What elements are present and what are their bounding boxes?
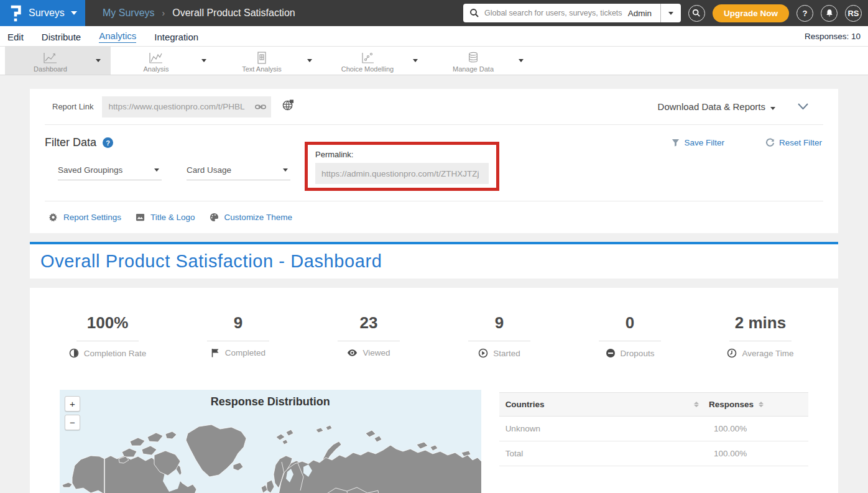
breadcrumb-parent[interactable]: My Surveys (103, 7, 155, 19)
tab-label: Text Analysis (242, 65, 282, 73)
notifications-button[interactable] (821, 5, 838, 22)
collapse-panel-button[interactable] (798, 101, 808, 113)
sort-icon[interactable] (759, 402, 764, 407)
stat-value: 9 (495, 313, 504, 333)
chevron-down-icon (668, 12, 673, 15)
chevron-down-icon (283, 168, 288, 172)
product-switcher[interactable]: Surveys (0, 0, 85, 26)
tab-label: Choice Modelling (341, 65, 394, 73)
chevron-down-icon (71, 11, 77, 15)
flag-icon (211, 348, 220, 357)
download-data-reports[interactable]: Download Data & Reports (658, 101, 775, 113)
tab-analysis-menu[interactable] (201, 59, 216, 62)
chevron-down-icon (201, 59, 206, 62)
stat-average-time: 2 mins Average Time (695, 313, 826, 358)
nav-item-edit[interactable]: Edit (7, 30, 24, 42)
report-link-input[interactable]: https://www.questionpro.com/t/PHBL (102, 96, 271, 117)
gear-icon (48, 213, 58, 222)
tab-dashboard-menu[interactable] (96, 59, 111, 62)
sort-icon[interactable] (694, 402, 699, 407)
table-row: Total 100.00% (499, 441, 808, 466)
responses-count: Responses: 10 (805, 32, 861, 41)
refresh-icon (765, 138, 775, 147)
tab-dashboard[interactable]: Dashboard (5, 47, 111, 75)
search-placeholder: Global search for users, surveys, ticket… (484, 9, 628, 17)
map-zoom-out-button[interactable]: − (65, 415, 80, 430)
title-logo-link[interactable]: Title & Logo (136, 213, 195, 222)
stat-started: 9 Started (434, 313, 565, 358)
image-icon (136, 213, 145, 222)
country-cell: Total (506, 449, 714, 458)
eye-icon (347, 348, 358, 357)
filter-data-title: Filter Data (45, 136, 96, 149)
play-icon (478, 348, 488, 358)
country-cell: Unknown (506, 424, 714, 433)
help-icon[interactable]: ? (103, 137, 113, 148)
nav-item-integration[interactable]: Integration (154, 30, 198, 42)
card-usage-select[interactable]: Card Usage (187, 165, 290, 180)
tab-text-analysis-menu[interactable] (307, 59, 322, 62)
save-filter-button[interactable]: Save Filter (672, 138, 724, 147)
tab-choice-modelling-menu[interactable] (413, 59, 428, 62)
customize-theme-link[interactable]: Customize Theme (210, 213, 292, 222)
minus-circle-icon (606, 348, 616, 358)
avatar[interactable]: RS (845, 5, 862, 22)
permalink-input[interactable]: https://admin.questionpro.com/t/ZTHXJTZj (315, 163, 489, 184)
permalink-label: Permalink: (315, 150, 489, 159)
nav-item-distribute[interactable]: Distribute (42, 30, 81, 42)
tab-manage-data-menu[interactable] (519, 59, 533, 62)
table-row: Unknown 100.00% (499, 417, 808, 441)
nav-item-analytics[interactable]: Analytics (99, 29, 136, 43)
chevron-down-icon (519, 59, 524, 62)
reset-filter-button[interactable]: Reset Filter (765, 138, 822, 147)
report-link-label: Report Link (52, 102, 93, 111)
tab-label: Manage Data (453, 65, 494, 73)
tab-manage-data[interactable]: Manage Data (428, 47, 533, 75)
tab-text-analysis[interactable]: Text Analysis (216, 47, 322, 75)
chevron-down-icon (770, 107, 775, 110)
area-chart-icon (149, 52, 164, 64)
page-content: Report Link https://www.questionpro.com/… (0, 75, 868, 493)
half-circle-icon (69, 348, 79, 358)
dashboard-title-band: Overall Product Satisfaction - Dashboard (30, 242, 838, 279)
stat-completion-rate: 100% Completion Rate (42, 313, 173, 358)
clock-icon (727, 348, 737, 358)
chevron-down-icon (413, 59, 418, 62)
report-settings-link[interactable]: Report Settings (48, 213, 121, 222)
search-icon (692, 9, 701, 17)
report-link-value: https://www.questionpro.com/t/PHBL (108, 102, 255, 111)
map-zoom-in-button[interactable]: + (65, 396, 80, 412)
stat-viewed: 23 Viewed (303, 313, 434, 358)
dashboard-card: 100% Completion Rate 9 (30, 288, 838, 493)
responses-cell: 100.00% (714, 424, 764, 433)
chevron-down-icon (307, 59, 312, 62)
breadcrumb: My Surveys › Overall Product Satisfactio… (103, 7, 295, 19)
column-header-countries[interactable]: Countries (506, 400, 694, 409)
stat-completed: 9 Completed (173, 313, 303, 358)
globe-lock-icon (282, 99, 294, 111)
tab-choice-modelling[interactable]: Choice Modelling (322, 47, 428, 75)
search-button[interactable] (688, 5, 705, 22)
tab-analysis[interactable]: Analysis (111, 47, 216, 75)
saved-groupings-select[interactable]: Saved Groupings (58, 165, 162, 180)
stat-label: Started (493, 349, 520, 358)
analytics-toolbar: Dashboard Analysis Text Analysis (0, 47, 868, 75)
line-chart-icon (43, 52, 58, 64)
search-scope-dropdown[interactable] (661, 4, 681, 22)
share-settings-button[interactable] (282, 99, 294, 114)
document-grid-icon (254, 52, 269, 64)
help-button[interactable]: ? (796, 5, 813, 22)
column-header-responses[interactable]: Responses (709, 400, 754, 409)
breadcrumb-separator: › (162, 8, 165, 18)
search-icon (469, 8, 479, 18)
response-distribution-map[interactable]: Response Distribution + − (60, 390, 481, 493)
topbar: Surveys My Surveys › Overall Product Sat… (0, 0, 868, 26)
table-header: Countries Responses (499, 392, 808, 417)
upgrade-button[interactable]: Upgrade Now (713, 4, 789, 22)
funnel-icon (672, 139, 680, 147)
search-scope: Admin (628, 9, 652, 18)
stat-label: Average Time (742, 349, 793, 358)
stat-label: Completed (225, 348, 265, 357)
global-search[interactable]: Global search for users, surveys, ticket… (463, 4, 681, 22)
stat-label: Completion Rate (84, 349, 147, 358)
